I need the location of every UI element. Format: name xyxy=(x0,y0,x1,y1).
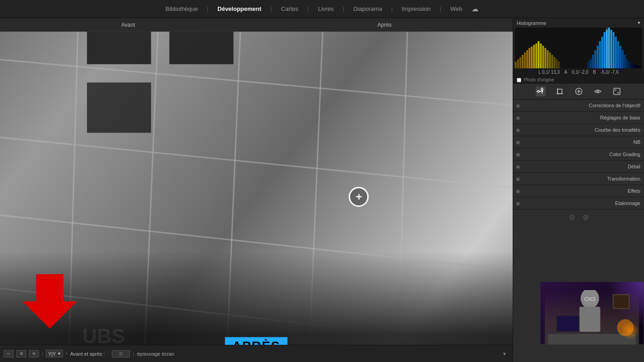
apres-label: Après xyxy=(256,18,513,32)
svg-point-151 xyxy=(615,89,616,91)
view-mode-btn-3[interactable]: ⧉ xyxy=(29,350,39,357)
photo-origine-label: Photo d'origine xyxy=(524,77,554,82)
expand-arrow-4[interactable]: › xyxy=(639,140,640,145)
panel-color-grading[interactable]: ◉ Color Grading › xyxy=(513,148,644,161)
hist-L-val: L 0,1/ 13,3 xyxy=(538,70,560,75)
svg-rect-106 xyxy=(547,50,548,68)
eye-icon-9[interactable]: ◉ xyxy=(516,200,520,206)
gear-icon[interactable]: ⚙ xyxy=(569,213,575,222)
masking-icon[interactable] xyxy=(612,86,622,96)
nav-sep-4: | xyxy=(343,5,344,12)
svg-rect-100 xyxy=(533,45,535,68)
nav-sep-1: | xyxy=(207,5,208,12)
cloud-icon: ☁ xyxy=(471,5,479,13)
hist-B-label: B xyxy=(593,70,596,75)
view-mode-btn-2[interactable]: ⊞ xyxy=(16,350,26,357)
expand-arrow-1[interactable]: › xyxy=(639,103,640,108)
histogram-dropdown-arrow[interactable]: ▾ xyxy=(638,20,640,26)
svg-rect-114 xyxy=(592,55,594,68)
panel-courbe-tonalites[interactable]: ◉ Courbe des tonalités › xyxy=(513,124,644,136)
expand-arrow-9[interactable]: › xyxy=(639,201,640,206)
svg-point-152 xyxy=(617,92,619,94)
panel-nb[interactable]: ◉ NB › xyxy=(513,136,644,148)
panel-transformation[interactable]: ◉ Transformation › xyxy=(513,173,644,185)
eye-icon-3[interactable]: ◉ xyxy=(516,127,520,133)
nav-impression[interactable]: Impression xyxy=(402,5,431,12)
toolbar-sep-3: : xyxy=(108,351,109,357)
svg-rect-150 xyxy=(614,88,620,95)
hist-A-label: A xyxy=(564,70,567,75)
svg-rect-110 xyxy=(556,59,557,68)
svg-rect-125 xyxy=(617,41,619,68)
transformation-label: Transformation xyxy=(607,176,640,181)
red-arrow-icon xyxy=(23,274,77,329)
toolbar-scroll-down[interactable]: ▾ xyxy=(500,349,509,358)
eye-icon-5[interactable]: ◉ xyxy=(516,152,520,157)
svg-rect-129 xyxy=(626,59,628,68)
photo-origine-row: Photo d'origine xyxy=(513,76,644,84)
panel-corrections-objectif[interactable]: ◉ Corrections de l'objectif › xyxy=(513,100,644,112)
nav-bibliotheque[interactable]: Bibliothèque xyxy=(165,5,198,12)
toolbar-right: ▾ xyxy=(500,349,509,358)
etalonnage-label: Etalonnage xyxy=(615,200,640,206)
avant-apres-icon-btn[interactable]: ◫ xyxy=(112,350,130,357)
expand-arrow-7[interactable]: › xyxy=(639,176,640,181)
eye-icon-8[interactable]: ◉ xyxy=(516,188,520,194)
eye-icon-2[interactable]: ◉ xyxy=(516,115,520,121)
svg-rect-99 xyxy=(531,47,533,68)
eye-icon-6[interactable]: ◉ xyxy=(516,164,520,170)
eye-icon-4[interactable]: ◉ xyxy=(516,139,520,145)
avant-apres-dropdown[interactable]: Y|Y ▾ xyxy=(46,350,63,357)
svg-rect-66 xyxy=(87,32,151,64)
view-mode-btn-1[interactable]: ▭ xyxy=(4,350,14,357)
svg-rect-102 xyxy=(538,41,539,68)
svg-rect-107 xyxy=(549,52,551,68)
bottom-toolbar: ▭ ⊞ ⧉ | Y|Y ▾ • Avant et après : : ◫ | é… xyxy=(0,345,513,362)
proof-label: épreuvage écran xyxy=(137,351,174,357)
eye-icon-1[interactable]: ◉ xyxy=(516,103,520,109)
svg-rect-68 xyxy=(87,82,151,133)
healing-icon[interactable] xyxy=(574,86,584,96)
toolbar-sep-2: • xyxy=(66,351,67,357)
avant-apres-label: Avant et après : xyxy=(70,351,105,357)
svg-rect-97 xyxy=(526,50,528,68)
eye-icon-7[interactable]: ◉ xyxy=(516,176,520,182)
nav-developpement[interactable]: Développement xyxy=(217,5,261,12)
panel-reglages-base[interactable]: ◉ Réglages de base › xyxy=(513,112,644,124)
panel-detail[interactable]: ◉ Détail › xyxy=(513,161,644,173)
expand-arrow-2[interactable]: › xyxy=(639,115,640,120)
corrections-objectif-label: Corrections de l'objectif xyxy=(589,103,640,108)
svg-rect-115 xyxy=(595,50,596,68)
basic-adjustments-icon[interactable] xyxy=(536,86,546,96)
panel-etalonnage[interactable]: ◉ Etalonnage › xyxy=(513,197,644,210)
svg-rect-112 xyxy=(588,62,590,68)
red-arrow-container xyxy=(23,274,77,330)
svg-rect-118 xyxy=(601,37,603,68)
svg-rect-130 xyxy=(629,62,630,68)
expand-arrow-8[interactable]: › xyxy=(639,189,640,194)
nav-sep-5: | xyxy=(391,5,393,12)
svg-rect-116 xyxy=(597,46,599,68)
svg-rect-95 xyxy=(522,55,524,68)
histogram-svg xyxy=(515,28,642,68)
toolbar-sep-1: | xyxy=(42,351,43,357)
redeye-icon[interactable] xyxy=(593,86,603,96)
panel-effets[interactable]: ◉ Effets › xyxy=(513,185,644,197)
nav-livres[interactable]: Livres xyxy=(318,5,334,12)
histogram-title: Histogramme xyxy=(517,20,546,26)
svg-rect-98 xyxy=(529,48,530,68)
expand-arrow-6[interactable]: › xyxy=(639,164,640,169)
hist-A-val: 0,1/ -2,0 xyxy=(572,70,589,75)
svg-rect-117 xyxy=(599,41,601,68)
nav-diaporama[interactable]: Diaporama xyxy=(353,5,382,12)
nav-cartes[interactable]: Cartes xyxy=(281,5,298,12)
svg-rect-163 xyxy=(614,295,629,308)
expand-arrow-3[interactable]: › xyxy=(639,128,640,133)
crop-icon[interactable] xyxy=(555,86,565,96)
expand-arrow-5[interactable]: › xyxy=(639,152,640,157)
nav-web[interactable]: Web xyxy=(450,5,462,12)
svg-rect-111 xyxy=(558,62,560,68)
photo-origine-checkbox[interactable] xyxy=(517,78,521,82)
gear-icon-2[interactable]: ⚙ xyxy=(582,213,589,222)
svg-rect-109 xyxy=(553,57,555,68)
